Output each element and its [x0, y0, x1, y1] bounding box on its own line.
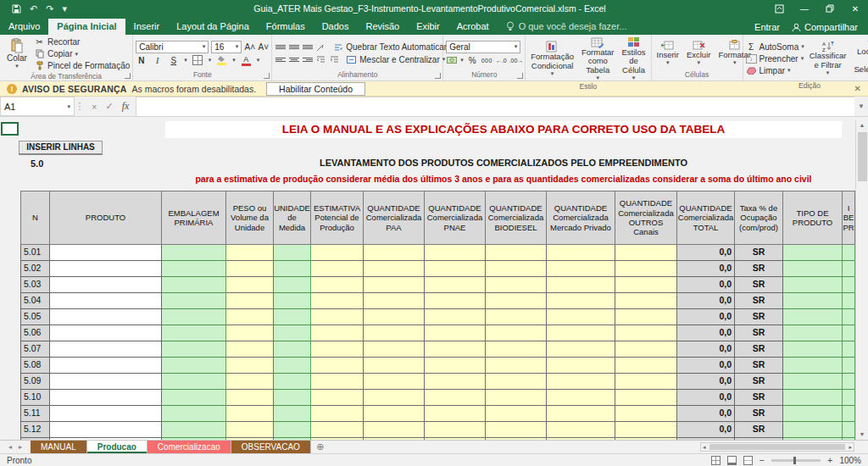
scroll-right-icon[interactable]: ▸ [847, 442, 854, 452]
cell-total-5.04[interactable]: 0,0 [677, 293, 735, 309]
cell-produto-5.05[interactable] [50, 309, 162, 325]
ribbon-tab-arquivo[interactable]: Arquivo [0, 19, 48, 35]
cell-biodiesel-5.03[interactable] [486, 277, 547, 293]
save-icon[interactable] [12, 4, 21, 14]
column-header-pnae[interactable]: QUANTIDADE Comercializada PNAE [425, 191, 486, 245]
align-right-icon[interactable] [302, 54, 313, 65]
cell-unidade-5.12[interactable] [274, 422, 311, 438]
cell-unidade-5.01[interactable] [274, 245, 311, 261]
cell-tipo-5.11[interactable] [783, 406, 843, 422]
delete-cells-button[interactable]: Excluir ▾ [684, 40, 714, 66]
clear-button[interactable]: Limpar ▾ [746, 65, 804, 76]
cell-outros-5.10[interactable] [615, 390, 677, 406]
cell-total-5.03[interactable]: 0,0 [677, 277, 735, 293]
cell-total-5.09[interactable]: 0,0 [677, 374, 735, 390]
selected-cell-a1[interactable] [1, 122, 19, 136]
comma-style-icon[interactable]: 000 [481, 55, 492, 66]
decrease-decimal-icon[interactable]: .00→ [510, 55, 522, 66]
cell-unidade-5.10[interactable] [274, 390, 311, 406]
cell-estimativa-5.12[interactable] [311, 422, 364, 438]
cell-outros-5.03[interactable] [615, 277, 677, 293]
cell-paa-5.04[interactable] [364, 293, 425, 309]
cell-embalagem-5.02[interactable] [162, 261, 226, 277]
alignment-dialog-launcher-icon[interactable] [435, 73, 441, 79]
cell-total-5.12[interactable]: 0,0 [677, 422, 735, 438]
cell-peso-5.08[interactable] [226, 358, 274, 374]
cell-peso-5.04[interactable] [226, 293, 274, 309]
scroll-down-icon[interactable]: ▼ [860, 430, 865, 440]
borders-icon[interactable] [192, 55, 203, 66]
undo-icon[interactable]: ↶ [30, 4, 37, 14]
bold-button[interactable]: N [136, 55, 147, 66]
zoom-slider[interactable] [771, 459, 821, 462]
cell-taxa-5.07[interactable]: SR [735, 341, 783, 358]
cell-biodiesel-5.12[interactable] [486, 422, 547, 438]
zoom-in-icon[interactable]: + [827, 455, 832, 465]
cell-biodiesel-5.10[interactable] [486, 390, 547, 406]
cell-unidade-5.07[interactable] [274, 341, 311, 358]
cell-estimativa-5.05[interactable] [311, 309, 364, 325]
cell-produto-5.10[interactable] [50, 390, 162, 406]
cell-taxa-5.09[interactable]: SR [735, 374, 783, 390]
cell-pnae-5.09[interactable] [425, 374, 486, 390]
cell-outros-5.12[interactable] [615, 422, 677, 438]
increase-decimal-icon[interactable]: ←.0 [496, 55, 507, 66]
cell-peso-5.06[interactable] [226, 325, 274, 341]
cell-estimativa-5.11[interactable] [311, 406, 364, 422]
column-header-total[interactable]: QUANTIDADE Comercializada TOTAL [677, 191, 735, 245]
cell-paa-5.03[interactable] [364, 277, 425, 293]
cell-taxa-5.10[interactable]: SR [735, 390, 783, 406]
cell-extra-5.04[interactable] [843, 293, 855, 309]
column-header-taxa[interactable]: Taxa % de Ocupação (com/prod) [735, 191, 783, 245]
ribbon-tab-exibir[interactable]: Exibir [408, 19, 448, 35]
cell-paa-5.08[interactable] [364, 358, 425, 374]
column-header-produto[interactable]: PRODUTO [50, 191, 162, 245]
cell-tipo-5.01[interactable] [783, 245, 843, 261]
cell-paa-5.05[interactable] [364, 309, 425, 325]
scroll-up-icon[interactable]: ▲ [860, 120, 865, 130]
cell-n-5.04[interactable]: 5.04 [20, 293, 50, 309]
cell-estimativa-5.10[interactable] [311, 390, 364, 406]
cell-n-5.03[interactable]: 5.03 [20, 277, 50, 293]
cell-estimativa-5.03[interactable] [311, 277, 364, 293]
formula-input[interactable] [136, 97, 854, 116]
cell-produto-5.02[interactable] [50, 261, 162, 277]
cell-mercado-5.07[interactable] [547, 341, 615, 358]
cell-estimativa-5.02[interactable] [311, 261, 364, 277]
cell-pnae-5.11[interactable] [425, 406, 486, 422]
column-header-mercado[interactable]: QUANTIDADE Comercializada Mercado Privad… [547, 191, 615, 245]
next-sheet-icon[interactable]: ▸ [19, 443, 22, 451]
cell-tipo-5.06[interactable] [783, 325, 843, 341]
cell-peso-5.03[interactable] [226, 277, 274, 293]
column-header-peso[interactable]: PESO ou Volume da Unidade [226, 191, 274, 245]
underline-button[interactable]: S [168, 55, 179, 66]
align-left-icon[interactable] [275, 54, 286, 65]
number-dialog-launcher-icon[interactable] [517, 73, 523, 79]
cell-produto-5.12[interactable] [50, 422, 162, 438]
formula-bar-splitter[interactable]: ⋮ [75, 97, 85, 116]
cell-paa-5.11[interactable] [364, 406, 425, 422]
percent-style-icon[interactable]: % [467, 55, 478, 66]
sort-filter-button[interactable]: AZ Classificar e Filtrar ▾ [807, 41, 849, 76]
cell-estimativa-5.09[interactable] [311, 374, 364, 390]
cell-taxa-5.01[interactable]: SR [735, 245, 783, 261]
cell-tipo-5.10[interactable] [783, 390, 843, 406]
sheet-subheading[interactable]: para a estimativa de produção considerar… [165, 174, 842, 184]
cell-total-5.07[interactable]: 0,0 [677, 341, 735, 358]
page-layout-view-icon[interactable] [727, 456, 737, 465]
cell-embalagem-5.10[interactable] [162, 390, 226, 406]
sheet-tab-manual[interactable]: MANUAL [31, 441, 87, 453]
cell-n-5.12[interactable]: 5.12 [20, 422, 50, 438]
cell-unidade-5.08[interactable] [274, 358, 311, 374]
vertical-scroll-thumb[interactable] [858, 132, 867, 181]
cell-pnae-5.07[interactable] [425, 341, 486, 358]
cell-total-5.05[interactable]: 0,0 [677, 309, 735, 325]
font-color-button[interactable]: A [241, 55, 252, 66]
cell-pnae-5.01[interactable] [425, 245, 486, 261]
cell-estimativa-5.07[interactable] [311, 341, 364, 358]
ribbon-display-options-icon[interactable] [766, 0, 792, 17]
zoom-out-icon[interactable]: − [760, 455, 765, 465]
cell-peso-5.05[interactable] [226, 309, 274, 325]
column-header-unidade[interactable]: UNIDADE de Medida [274, 191, 311, 245]
cell-paa-5.10[interactable] [364, 390, 425, 406]
